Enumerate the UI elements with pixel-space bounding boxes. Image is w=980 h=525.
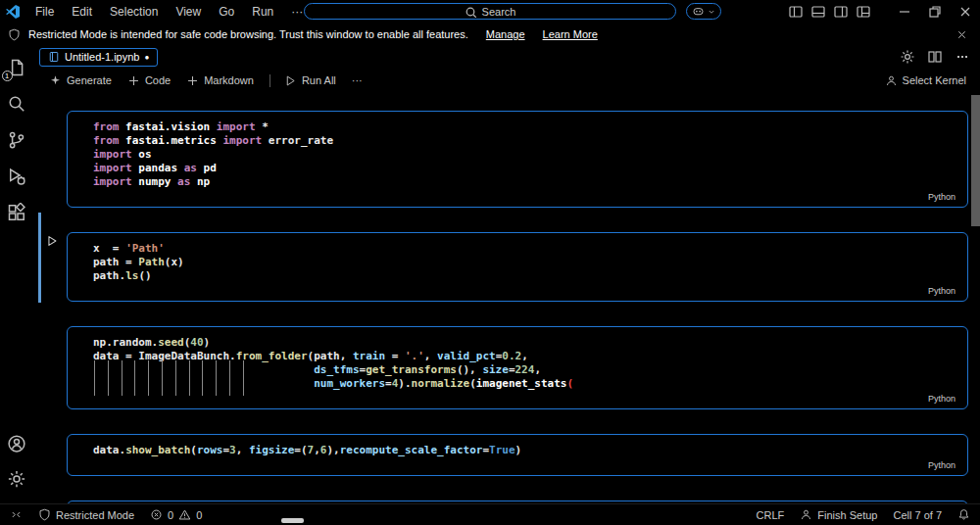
horizontal-scrollbar-thumb[interactable] [281,518,304,523]
customize-layout-icon[interactable] [856,4,871,20]
editor-actions [900,49,980,65]
manage-link[interactable]: Manage [486,28,525,40]
warning-icon [178,508,191,521]
maximize-button[interactable] [919,0,950,24]
cells-container: from fastai.vision import *from fastai.m… [32,92,980,503]
plus-icon [127,74,140,87]
notebook-settings-gear-icon[interactable] [900,49,915,65]
learn-more-link[interactable]: Learn More [543,28,598,40]
title-bar: FileEditSelectionViewGoRun··· Search [0,0,980,24]
vscode-logo-icon [5,4,21,20]
cell-code-editor[interactable]: from fastai.vision import *from fastai.m… [67,111,968,208]
menu-bar: FileEditSelectionViewGoRun··· [26,0,312,24]
run-all-button[interactable]: Run All [270,74,336,87]
sparkle-icon [49,74,62,87]
editor-group: Untitled-1.ipynb ● Generate Code Markdow… [32,45,980,503]
select-kernel-button[interactable]: Select Kernel [885,74,980,87]
copilot-icon [692,5,705,18]
source-control-icon[interactable] [6,129,27,151]
more-actions-icon[interactable] [955,49,970,65]
notebook-cell: from fastai.vision import *from fastai.m… [67,111,968,208]
indent-guides [94,360,261,396]
menu-file[interactable]: File [26,0,63,24]
toggle-secondary-sidebar-icon[interactable] [833,4,849,20]
menu-view[interactable]: View [167,0,210,24]
tab-bar: Untitled-1.ipynb ● [32,45,980,69]
explorer-badge: 1 [2,71,13,81]
run-debug-icon[interactable] [6,166,27,187]
dirty-indicator-icon[interactable]: ● [144,53,149,62]
remote-indicator[interactable] [10,508,23,521]
shield-icon [38,508,51,521]
activity-bar: 1 [0,45,32,503]
code-line: import numpy as np [93,175,959,189]
toolbar-more-button[interactable]: ··· [352,74,363,86]
code-line: data.show_batch(rows=3, figsize=(7,6),re… [93,444,959,457]
close-button[interactable] [950,0,980,24]
notebook-file-icon [48,51,60,63]
code-line: from fastai.vision import * [93,120,959,134]
code-line: import pandas as pd [93,162,959,175]
problems-status[interactable]: 0 0 [150,508,202,521]
search-label: Search [482,6,516,18]
workbench: 1 [0,45,980,503]
cell-code-editor[interactable]: data.show_batch(rows=3, figsize=(7,6),re… [67,434,968,476]
minimize-button[interactable] [889,0,919,24]
toggle-panel-icon[interactable] [810,4,826,20]
menu-run[interactable]: Run [243,0,282,24]
chevron-down-icon [708,8,715,16]
explorer-icon[interactable]: 1 [6,57,27,78]
status-bar: Restricted Mode 0 0 CRLF Finish Setup Ce… [0,503,980,525]
plus-icon [186,74,199,87]
banner-close-icon[interactable] [956,28,968,41]
warning-count: 0 [196,509,202,521]
error-icon [150,508,163,521]
add-code-button[interactable]: Code [127,74,171,87]
run-cell-button[interactable] [45,234,59,248]
banner-message: Restricted Mode is intended for safe cod… [28,28,468,40]
copilot-button[interactable] [686,3,721,20]
toggle-primary-sidebar-icon[interactable] [788,4,804,20]
notifications-bell[interactable] [957,508,970,521]
cell-language-label[interactable]: Python [93,283,959,299]
search-icon [465,6,476,18]
tab-title: Untitled-1.ipynb [65,51,139,63]
command-center-search[interactable]: Search [304,3,676,20]
restricted-mode-status[interactable]: Restricted Mode [38,508,134,521]
eol-indicator[interactable]: CRLF [757,509,785,521]
bell-icon [957,508,970,521]
tab-untitled-1-ipynb[interactable]: Untitled-1.ipynb ● [39,48,158,67]
code-line: np.random.seed(40) [93,336,959,350]
notebook-cell [67,501,968,503]
cell-code-editor[interactable] [67,501,968,503]
vertical-scrollbar-thumb[interactable] [971,95,980,226]
restricted-mode-banner: Restricted Mode is intended for safe cod… [0,24,980,45]
vertical-scrollbar[interactable] [971,45,980,503]
search-sidebar-icon[interactable] [6,93,27,115]
code-line: from fastai.metrics import error_rate [93,134,959,148]
cell-position-indicator[interactable]: Cell 7 of 7 [893,509,942,521]
cell-code-editor[interactable]: np.random.seed(40)data = ImageDataBunch.… [67,326,968,409]
menu-go[interactable]: Go [210,0,243,24]
generate-button[interactable]: Generate [49,74,112,87]
split-editor-icon[interactable] [927,49,943,65]
accounts-icon[interactable] [6,433,27,454]
menu-edit[interactable]: Edit [63,0,101,24]
run-all-icon [284,74,297,87]
notebook-cell: x = 'Path'path = Path(x)path.ls()Python [67,232,968,302]
error-count: 0 [168,509,173,521]
shield-icon [8,28,21,41]
settings-gear-icon[interactable] [6,468,27,490]
extensions-icon[interactable] [6,202,27,223]
cell-language-label[interactable]: Python [93,189,959,205]
code-line: x = 'Path' [93,242,959,256]
add-markdown-button[interactable]: Markdown [186,74,254,87]
code-line: path = Path(x) [93,256,959,269]
code-line: import os [93,148,959,162]
cell-code-editor[interactable]: x = 'Path'path = Path(x)path.ls()Python [67,232,968,302]
notebook-cell: data.show_batch(rows=3, figsize=(7,6),re… [67,434,968,476]
cell-language-label[interactable]: Python [93,457,959,473]
menu-selection[interactable]: Selection [101,0,167,24]
finish-setup-status[interactable]: Finish Setup [800,508,877,521]
kernel-person-icon [885,74,898,87]
